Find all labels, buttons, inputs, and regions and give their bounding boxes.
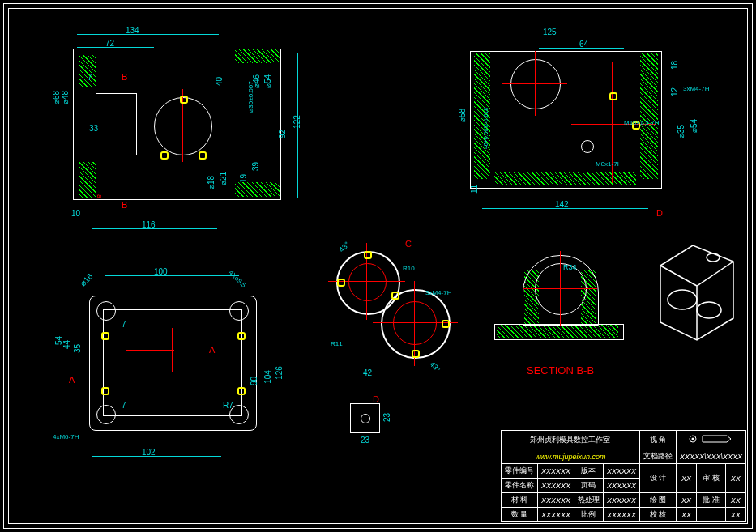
tap — [337, 279, 345, 287]
dim: 104 — [263, 370, 272, 384]
centerline — [126, 350, 174, 351]
bolt-hole — [96, 405, 116, 424]
dim-line — [297, 53, 298, 198]
dim: 7 — [122, 320, 126, 329]
cl — [560, 251, 561, 326]
dim: 7 — [88, 73, 92, 82]
dim: 4xM6-7H — [53, 433, 79, 440]
dim: 44 — [62, 340, 71, 349]
bolt-hole — [96, 301, 116, 321]
view-top-right — [466, 47, 685, 217]
svg-point-0 — [668, 290, 697, 309]
tap-point — [199, 151, 207, 160]
tap-point — [180, 96, 188, 104]
base — [494, 324, 624, 340]
cell: 绘 图 — [639, 493, 676, 508]
tap — [237, 387, 246, 395]
dim: 12 — [670, 87, 679, 96]
cell: XX — [725, 508, 745, 522]
dim: 3xM4-7H — [683, 85, 709, 92]
tap — [442, 320, 450, 328]
dim: 7 — [122, 401, 126, 410]
tap — [237, 332, 246, 340]
dim: 40+0.007/-0.018 — [483, 108, 489, 149]
cell: XX — [676, 508, 696, 522]
dim: R11 — [331, 340, 343, 347]
cell: 数 量 — [501, 508, 537, 522]
dim: ⌀54 — [690, 119, 698, 133]
th: 文档路径 — [639, 449, 676, 464]
dim: ⌀21 — [219, 172, 228, 185]
dim-line — [92, 456, 221, 457]
cell: 零件名称 — [501, 479, 537, 493]
dim-line — [539, 48, 624, 49]
path-cell: XXXXX\XXX\XXXX — [676, 449, 745, 464]
dim: 23 — [361, 436, 369, 445]
dim: R34 — [563, 263, 577, 271]
dim: 126 — [275, 366, 284, 380]
cell: XX — [676, 464, 696, 493]
cell — [697, 508, 725, 522]
cell: XX — [725, 493, 745, 508]
cell: XXXXXX — [537, 493, 574, 508]
svg-point-1 — [697, 302, 721, 318]
company-cell: 郑州贞利模具数控工作室 — [501, 431, 639, 449]
label-d: D — [656, 208, 663, 218]
cell: XXXXXX — [537, 479, 574, 493]
tap-point — [160, 151, 169, 160]
dim: ⌀18 — [207, 176, 216, 189]
bore — [535, 263, 587, 315]
hole — [361, 414, 370, 423]
cell: 材 料 — [501, 493, 537, 508]
cell: XXXXXX — [603, 464, 639, 479]
bore — [510, 59, 561, 109]
url-cell: www.mujupeixun.com — [501, 449, 639, 464]
dim: R7 — [223, 401, 233, 410]
svg-point-4 — [692, 438, 694, 440]
dim: ⌀54 — [263, 74, 272, 88]
iso-view — [648, 241, 741, 347]
cell: 校 核 — [639, 508, 676, 522]
cell: 页码 — [574, 479, 603, 493]
cell: 热处理 — [574, 493, 603, 508]
cell: XX — [676, 493, 696, 508]
dim: 40 — [215, 77, 224, 86]
dim-line — [478, 36, 624, 36]
dim: ⌀68 — [52, 91, 61, 104]
cell: XXXXXX — [603, 508, 639, 522]
centerline — [172, 328, 173, 372]
dim: 19 — [239, 174, 248, 183]
dim-line — [105, 275, 239, 276]
dim: M8x1-7H — [596, 160, 621, 168]
label-a: A — [209, 345, 215, 355]
cell: XX — [725, 464, 745, 493]
label-b: B — [122, 200, 127, 210]
th: 视 角 — [639, 431, 676, 449]
dim: 10 — [71, 209, 80, 218]
cell: XXXXXX — [603, 479, 639, 493]
dim-line — [92, 228, 217, 229]
dim: 90 — [250, 377, 258, 385]
cell: 设 计 — [639, 464, 676, 493]
cell: XXXXXX — [537, 464, 574, 479]
centerline-v — [535, 51, 536, 116]
tap — [609, 92, 617, 100]
title-block: 郑州贞利模具数控工作室 视 角 www.mujupeixun.com 文档路径 … — [501, 430, 746, 522]
label-b: B — [122, 72, 127, 82]
dim: 3xM4-7H — [425, 289, 451, 296]
view-c — [328, 247, 466, 381]
pcd — [348, 263, 387, 301]
dim: M16x1.5-7H — [624, 119, 660, 126]
tap — [101, 332, 109, 340]
dim-line — [77, 47, 154, 48]
cell: XXXXXX — [603, 493, 639, 508]
section-bb — [490, 247, 628, 364]
label-a: A — [69, 375, 75, 385]
dim: 11 — [470, 185, 479, 194]
dim: 39 — [251, 162, 260, 171]
iso-svg — [648, 241, 741, 347]
view-bottom-left — [77, 283, 280, 449]
dim: ⌀58 — [458, 109, 467, 122]
bore-circle — [154, 97, 212, 155]
dim: 33 — [89, 124, 98, 133]
